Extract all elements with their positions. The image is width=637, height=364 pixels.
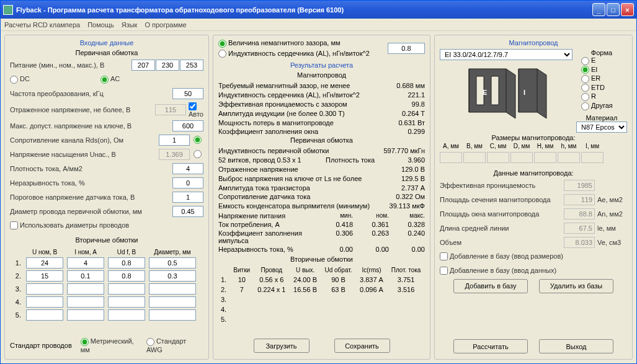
shape-e-radio[interactable]: E	[581, 56, 627, 65]
shape-other-radio[interactable]: Другая	[581, 102, 627, 110]
sec3-i[interactable]	[67, 283, 104, 295]
core-select[interactable]: EI 33.0/24.0/12.7/9.7	[440, 49, 572, 60]
sec3-d[interactable]	[149, 283, 196, 295]
al-radio[interactable]: Индуктивность сердечника (AL), нГн/виток…	[218, 50, 370, 58]
dim-b	[463, 152, 486, 163]
ac-radio[interactable]: AC	[100, 75, 185, 84]
dim-h	[534, 152, 556, 163]
wire-metric-radio[interactable]: Метрический, мм	[81, 337, 138, 353]
sec5-d[interactable]	[149, 309, 196, 321]
app-icon	[3, 5, 13, 15]
minimize-button[interactable]: _	[592, 3, 605, 16]
freq-label: Частота преобразования, кГц	[10, 90, 172, 97]
input-panel: Входные данные Первичная обмотка Питание…	[4, 35, 209, 360]
refl-input	[155, 104, 186, 115]
jdens-label: Плотность тока, А/мм2	[10, 165, 172, 172]
sec-windings-title: Вторичные обмотки	[10, 236, 203, 244]
core-image: E I	[460, 63, 553, 125]
rds-radio[interactable]	[194, 136, 202, 144]
coredata-title: Данные магнитопровода:	[440, 169, 627, 177]
sec4-ud[interactable]	[108, 296, 145, 308]
res-prim-title: Первичная обмотка	[218, 136, 425, 144]
secondary-results: ВиткиПроводU вых.Ud обрат.Ic(rms)Плот. т…	[218, 265, 425, 324]
freq-input[interactable]	[172, 88, 203, 99]
sec3-ud[interactable]	[108, 283, 145, 295]
menu-help[interactable]: Помощь	[87, 21, 114, 29]
load-button[interactable]: Загрузить	[254, 339, 310, 353]
gap-input[interactable]	[388, 43, 425, 54]
wire-awg-radio[interactable]: Стандарт AWG	[146, 337, 203, 353]
add-to-db-button[interactable]: Добавить в базу	[453, 279, 528, 293]
sec4-u[interactable]	[26, 296, 63, 308]
core-results: Требуемый немагнитный зазор, не менее0.6…	[218, 81, 425, 136]
delete-from-db-button[interactable]: Удалить из базы	[539, 279, 613, 293]
sec5-i[interactable]	[67, 309, 104, 321]
shape-label: Форма	[576, 49, 627, 56]
maximize-button[interactable]: □	[607, 3, 620, 16]
exit-button[interactable]: Выход	[539, 339, 613, 353]
primary-title: Первичная обмотка	[10, 49, 203, 56]
sec3-u[interactable]	[26, 283, 63, 295]
unas-radio[interactable]	[194, 150, 202, 158]
close-button[interactable]: ×	[621, 3, 634, 16]
menu-about[interactable]: О программе	[145, 21, 186, 29]
sec1-ud[interactable]	[108, 257, 145, 269]
sec2-ud[interactable]	[108, 270, 145, 282]
dims-label: Размеры магнитопровода:	[440, 134, 627, 141]
primary-results: Индуктивность первичной обмотки597.770 м…	[218, 146, 425, 211]
add-data-checkbox[interactable]: Добавление в базу (ввод данных)	[440, 267, 627, 275]
svg-text:E: E	[483, 89, 487, 96]
rds-label: Сопротивление канала Rds(on), Ом	[10, 136, 159, 144]
shape-er-radio[interactable]: ER	[581, 74, 627, 83]
material-select[interactable]: N87 Epcos	[576, 122, 627, 133]
menu-rcd[interactable]: Расчеты RCD клампера	[4, 21, 80, 29]
add-dims-checkbox[interactable]: Добавление в базу (ввод размеров)	[440, 252, 627, 261]
secondary-table: U ном, ВI ном, АUd f, ВДиаметр, мм 1. 2.…	[10, 249, 203, 321]
supply-max[interactable]	[180, 60, 203, 71]
shape-ei-radio[interactable]: EI	[581, 66, 627, 74]
thresh-input[interactable]	[172, 192, 203, 203]
dim-c	[487, 152, 509, 163]
svg-text:I: I	[523, 89, 525, 96]
discont-input[interactable]	[172, 177, 203, 189]
sec2-i[interactable]	[67, 270, 104, 282]
results-title: Результаты расчета	[218, 61, 425, 69]
an-value	[564, 208, 595, 220]
sec1-d[interactable]	[149, 257, 196, 269]
ae-value	[564, 194, 595, 205]
vmax-input[interactable]	[172, 120, 203, 131]
results-panel: Величина немагнитного зазора, мм Индукти…	[213, 35, 430, 360]
sec2-u[interactable]	[26, 270, 63, 282]
menu-lang[interactable]: Язык	[122, 21, 138, 29]
ve-value	[564, 237, 595, 248]
supply-nom[interactable]	[156, 60, 179, 71]
jdens-input[interactable]	[172, 163, 203, 174]
calculate-button[interactable]: Рассчитать	[453, 339, 528, 353]
menubar: Расчеты RCD клампера Помощь Язык О прогр…	[1, 19, 636, 31]
sec4-d[interactable]	[149, 296, 196, 308]
dims-inputs	[440, 152, 627, 163]
gap-radio[interactable]: Величина немагнитного зазора, мм	[218, 39, 370, 48]
dims-header: A, ммB, ммC, ммD, ммH, ммh, ммI, мм	[440, 143, 627, 149]
supply-min[interactable]	[131, 60, 155, 71]
auto-checkbox[interactable]: Авто	[189, 102, 203, 118]
shape-r-radio[interactable]: R	[581, 92, 627, 101]
sec5-ud[interactable]	[108, 309, 145, 321]
sec2-d[interactable]	[149, 270, 196, 282]
dc-radio[interactable]: DC	[10, 75, 94, 84]
dwire-input[interactable]	[172, 206, 203, 217]
window-title: Flyback - Программа расчета трансформато…	[16, 6, 592, 14]
rds-input[interactable]	[159, 135, 190, 146]
vmax-label: Макс. допуст. напряжение на ключе, В	[10, 122, 172, 130]
sec4-i[interactable]	[67, 296, 104, 308]
dim-a	[440, 152, 462, 163]
unas-input	[159, 149, 190, 160]
use-diam-checkbox[interactable]: Использовать диаметры проводов	[10, 221, 203, 230]
sec1-u[interactable]	[26, 257, 63, 269]
shape-etd-radio[interactable]: ETD	[581, 84, 627, 92]
res-sec-title: Вторичные обмотки	[218, 255, 425, 263]
sec5-u[interactable]	[26, 309, 63, 321]
save-button[interactable]: Сохранить	[334, 339, 390, 353]
supply-results: Напряжение питаниямин.ном.макс. Ток потр…	[218, 212, 425, 253]
sec1-i[interactable]	[67, 257, 104, 269]
